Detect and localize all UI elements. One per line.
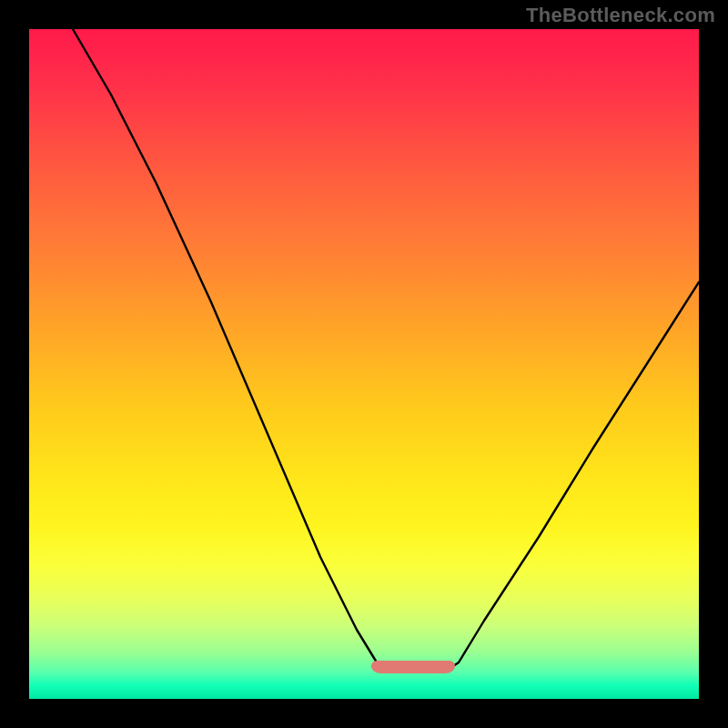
valley-ridge — [371, 661, 455, 673]
watermark: TheBottleneck.com — [526, 4, 715, 27]
chart-frame: TheBottleneck.com — [0, 0, 728, 728]
plot-area — [29, 29, 699, 699]
bottleneck-curve — [29, 29, 699, 699]
